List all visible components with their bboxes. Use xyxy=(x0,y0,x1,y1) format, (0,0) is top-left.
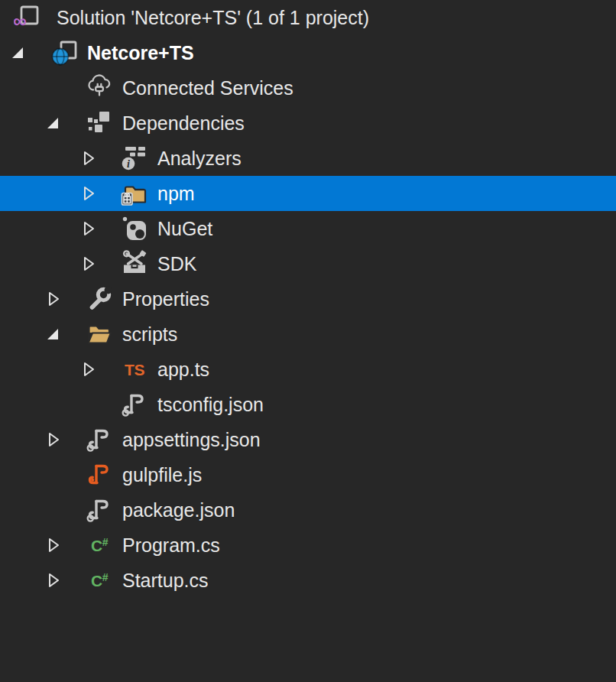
csharp-icon: C# xyxy=(86,531,113,559)
connected-services-icon xyxy=(86,74,113,102)
json-icon xyxy=(86,496,113,524)
svg-text:∞: ∞ xyxy=(14,10,27,31)
solution-icon: ∞ xyxy=(14,4,41,31)
tree-item-label: Connected Services xyxy=(122,77,293,99)
tree-item-label: Netcore+TS xyxy=(87,42,194,64)
sdk-icon xyxy=(121,250,148,278)
tree-item-netcore-ts[interactable]: Netcore+TS xyxy=(0,35,616,70)
json-icon xyxy=(86,426,113,453)
csharp-icon: C# xyxy=(86,567,113,594)
npm-folder-icon xyxy=(121,180,148,207)
expand-arrow-icon[interactable] xyxy=(71,246,106,281)
expander-spacer xyxy=(36,457,71,492)
tree-item-package-json[interactable]: package.json xyxy=(0,492,616,528)
tree-item-label: NuGet xyxy=(157,218,212,240)
expand-arrow-icon[interactable] xyxy=(36,422,71,457)
expand-arrow-icon[interactable] xyxy=(71,176,106,211)
analyzers-icon: i xyxy=(121,145,148,172)
tree-item-dependencies[interactable]: Dependencies xyxy=(0,106,616,141)
expand-arrow-icon[interactable] xyxy=(36,563,71,598)
svg-text:i: i xyxy=(127,158,130,170)
tree-item-nuget[interactable]: NuGet xyxy=(0,211,616,246)
tree-item-app-ts[interactable]: TS app.ts xyxy=(0,352,616,387)
nuget-icon xyxy=(121,215,148,242)
tree-item-label: app.ts xyxy=(157,359,209,381)
tree-item-gulpfile-js[interactable]: gulpfile.js xyxy=(0,457,616,492)
expand-arrow-icon[interactable] xyxy=(71,141,106,176)
tree-item-label: Program.cs xyxy=(122,534,220,557)
collapse-arrow-icon[interactable] xyxy=(1,35,36,70)
tree-item-npm[interactable]: npm xyxy=(0,176,616,211)
expander-spacer xyxy=(36,70,71,106)
tree-item-label: scripts xyxy=(122,323,177,346)
tree-item-label: Analyzers xyxy=(157,148,242,170)
expand-arrow-icon[interactable] xyxy=(36,281,71,317)
tree-item-solution-netcore-ts-1-of-1-project[interactable]: ∞ Solution 'Netcore+TS' (1 of 1 project) xyxy=(0,0,616,35)
tree-item-connected-services[interactable]: Connected Services xyxy=(0,70,616,106)
typescript-icon: TS xyxy=(121,356,148,383)
tree-item-label: package.json xyxy=(122,499,235,521)
tree-item-label: Dependencies xyxy=(122,112,245,135)
collapse-arrow-icon[interactable] xyxy=(36,317,71,352)
tree-item-label: SDK xyxy=(157,253,196,275)
expand-arrow-icon[interactable] xyxy=(71,352,106,387)
tree-item-label: Properties xyxy=(122,288,209,310)
expander-spacer xyxy=(36,492,71,528)
tree-item-program-cs[interactable]: C# Program.cs xyxy=(0,528,616,563)
expand-arrow-icon[interactable] xyxy=(36,528,71,563)
tree-item-label: Startup.cs xyxy=(122,570,209,592)
tree-item-analyzers[interactable]: i Analyzers xyxy=(0,141,616,176)
json-icon xyxy=(121,391,148,418)
tree-item-sdk[interactable]: SDK xyxy=(0,246,616,281)
dependencies-icon xyxy=(86,109,113,137)
tree-item-label: npm xyxy=(157,183,195,205)
expand-arrow-icon[interactable] xyxy=(71,211,106,246)
folder-open-icon xyxy=(86,320,113,348)
javascript-icon xyxy=(86,461,113,489)
expander-spacer xyxy=(71,387,106,422)
properties-wrench-icon xyxy=(86,285,113,313)
tree-item-startup-cs[interactable]: C# Startup.cs xyxy=(0,563,616,598)
collapse-arrow-icon[interactable] xyxy=(36,106,71,141)
solution-explorer-tree: ∞ Solution 'Netcore+TS' (1 of 1 project)… xyxy=(0,0,616,598)
tree-item-label: tsconfig.json xyxy=(157,394,264,416)
tree-item-properties[interactable]: Properties xyxy=(0,281,616,317)
tree-item-label: appsettings.json xyxy=(122,429,261,451)
tree-item-scripts[interactable]: scripts xyxy=(0,317,616,352)
tree-item-label: gulpfile.js xyxy=(122,464,202,486)
tree-item-tsconfig-json[interactable]: tsconfig.json xyxy=(0,387,616,422)
tree-item-label: Solution 'Netcore+TS' (1 of 1 project) xyxy=(57,7,369,29)
project-icon xyxy=(50,39,78,67)
tree-item-appsettings-json[interactable]: appsettings.json xyxy=(0,422,616,457)
